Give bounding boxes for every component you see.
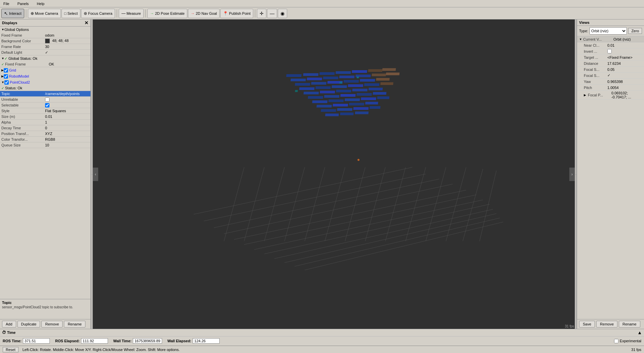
nav-goal-button[interactable]: → 2D Nav Goal (188, 9, 220, 18)
svg-rect-75 (325, 114, 339, 116)
fixed-frame-value[interactable]: odom (45, 33, 89, 37)
near-clip-value[interactable]: 0.01 (607, 43, 642, 47)
move-camera-label: Move Camera (35, 11, 58, 15)
current-view-header[interactable]: ▼ Current V... Orbit (rviz) (577, 36, 644, 42)
menu-help[interactable]: Help (35, 1, 46, 6)
views-type-select[interactable]: Orbit (rviz) (590, 27, 627, 35)
pc2-unreliable-row[interactable]: Unreliable (0, 97, 90, 102)
global-options-row[interactable]: ▼ Global Options (0, 27, 90, 33)
pc2-alpha-value[interactable]: 1 (45, 120, 89, 124)
move-camera-button[interactable]: ⊕ Move Camera (28, 9, 61, 18)
fixed-frame-row[interactable]: Fixed Frame odom (0, 33, 90, 38)
pc2-status-row[interactable]: ✓ Status: Ok (0, 85, 90, 91)
invert-checkbox[interactable] (607, 49, 612, 53)
views-remove-button[interactable]: Remove (596, 321, 617, 327)
near-clip-row[interactable]: Near Cl... 0.01 (577, 42, 644, 48)
pose-estimate-icon: → (150, 11, 154, 16)
point-cloud2-label[interactable]: PointCloud2 (10, 80, 30, 84)
pitch-label: Pitch (584, 86, 607, 90)
pc2-position-transf-value[interactable]: XYZ (45, 132, 89, 136)
frame-rate-value[interactable]: 30 (45, 45, 89, 49)
pc2-unreliable-checkbox[interactable] (45, 97, 49, 102)
yaw-row[interactable]: Yaw 0.965398 (577, 79, 644, 85)
robot-model-row[interactable]: ▶ RobotModel (0, 73, 90, 79)
duplicate-button[interactable]: Duplicate (17, 321, 40, 327)
rename-button[interactable]: Rename (64, 321, 85, 327)
extra-button-1[interactable]: ✛ (257, 9, 266, 18)
views-save-button[interactable]: Save (579, 321, 595, 327)
toolbar-separator-3 (145, 9, 146, 17)
point-cloud2-row[interactable]: ▼ PointCloud2 (0, 79, 90, 85)
pc2-topic-value[interactable]: /camera/depth/points (45, 92, 89, 96)
pc2-color-transfor-value[interactable]: RGB8 (45, 137, 89, 141)
distance-row[interactable]: Distance 17.6234 (577, 60, 644, 67)
experimental-checkbox[interactable] (614, 339, 618, 343)
pc2-color-transfor-row[interactable]: Color Transfor... RGB8 (0, 137, 90, 142)
pc2-style-value[interactable]: Flat Squares (45, 109, 89, 113)
pc2-selectable-checkbox[interactable] (45, 103, 49, 107)
menu-file[interactable]: File (1, 1, 11, 6)
point-cloud2-checkbox[interactable] (4, 80, 9, 85)
pc2-position-transf-row[interactable]: Position Transf... XYZ (0, 131, 90, 137)
focal-s2-value[interactable]: ✓ (607, 73, 642, 78)
invert-row[interactable]: Invert ... (577, 48, 644, 54)
reset-button[interactable]: Reset (3, 347, 18, 352)
zero-button[interactable]: Zero (628, 28, 642, 34)
publish-point-button[interactable]: 📍 Publish Point (220, 9, 253, 18)
pc2-size-value[interactable]: 0.01 (45, 115, 89, 119)
focus-camera-button[interactable]: ⊛ Focus Camera (81, 9, 115, 18)
grid-label[interactable]: Grid (9, 68, 16, 72)
viewport-left-arrow[interactable]: ‹ (93, 168, 98, 181)
focal-s1-value[interactable]: 0.05 (607, 68, 642, 72)
pc2-decay-time-value[interactable]: 0 (45, 126, 89, 130)
viewport-right-arrow[interactable]: › (569, 168, 575, 181)
focal-p-row[interactable]: ▶ Focal P... 0.069102; -0.70417; ... (577, 91, 644, 100)
svg-rect-55 (352, 89, 368, 91)
focal-s1-row[interactable]: Focal S... 0.05 (577, 67, 644, 73)
global-status-fixed-frame-row[interactable]: ✓ Fixed Frame OK (0, 61, 90, 67)
svg-line-8 (274, 209, 493, 259)
robot-model-label[interactable]: RobotModel (9, 74, 29, 78)
displays-close-button[interactable]: ✕ (84, 20, 88, 25)
focal-p-value[interactable]: 0.069102; -0.70417; ... (611, 91, 642, 99)
background-color-row[interactable]: Background Color 48; 48; 48 (0, 38, 90, 44)
pose-estimate-button[interactable]: → 2D Pose Estimate (147, 9, 187, 18)
time-expand-button[interactable]: ▲ (637, 330, 642, 335)
pc2-queue-size-value[interactable]: 10 (45, 143, 89, 147)
measure-button[interactable]: — Measure (119, 9, 144, 18)
pc2-alpha-row[interactable]: Alpha 1 (0, 120, 90, 125)
interact-button[interactable]: ↖ Interact (1, 9, 24, 18)
pc2-queue-size-row[interactable]: Queue Size 10 (0, 142, 90, 148)
svg-rect-70 (365, 102, 378, 104)
menu-panels[interactable]: Panels (15, 1, 31, 6)
pc2-selectable-row[interactable]: Selectable (0, 102, 90, 108)
robot-model-checkbox[interactable] (4, 74, 8, 79)
focal-s2-row[interactable]: Focal S... ✓ (577, 73, 644, 79)
target-row[interactable]: Target ... <Fixed Frame> (577, 54, 644, 60)
extra-button-3[interactable]: ◉ (278, 9, 287, 18)
pc2-size-row[interactable]: Size (m) 0.01 (0, 114, 90, 120)
pc2-topic-row[interactable]: Topic /camera/depth/points (0, 91, 90, 97)
svg-line-13 (244, 167, 264, 241)
background-color-value[interactable]: 48; 48; 48 (45, 39, 89, 43)
pitch-row[interactable]: Pitch 1.0054 (577, 85, 644, 91)
views-rename-button[interactable]: Rename (619, 321, 640, 327)
select-button[interactable]: □ Select (62, 9, 80, 18)
nav-goal-icon: → (191, 11, 195, 16)
global-status-row[interactable]: ▼ ✓ Global Status: Ok (0, 55, 90, 61)
pc2-style-row[interactable]: Style Flat Squares (0, 108, 90, 114)
target-value[interactable]: <Fixed Frame> (607, 55, 642, 59)
default-light-row[interactable]: Default Light ✓ (0, 50, 90, 55)
pitch-value[interactable]: 1.0054 (607, 86, 642, 90)
svg-rect-72 (337, 108, 352, 111)
grid-checkbox[interactable] (4, 68, 8, 73)
pc2-decay-time-row[interactable]: Decay Time 0 (0, 125, 90, 131)
add-button[interactable]: Add (2, 321, 16, 327)
remove-button[interactable]: Remove (41, 321, 63, 327)
grid-row[interactable]: ▶ Grid (0, 67, 90, 73)
yaw-value[interactable]: 0.965398 (607, 80, 642, 84)
3d-viewport[interactable]: ‹ › (93, 19, 575, 329)
distance-value[interactable]: 17.6234 (607, 61, 642, 65)
frame-rate-row[interactable]: Frame Rate 30 (0, 44, 90, 50)
extra-button-2[interactable]: — (267, 9, 277, 18)
